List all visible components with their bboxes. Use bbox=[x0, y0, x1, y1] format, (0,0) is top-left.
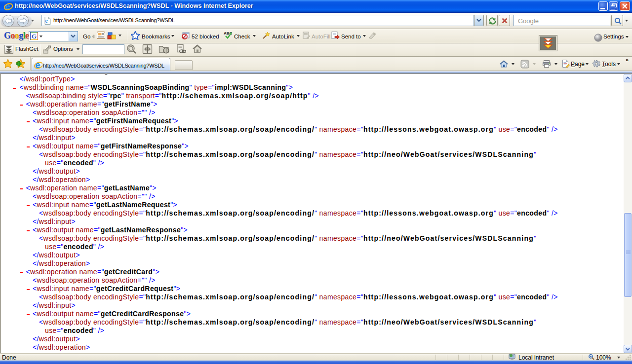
svg-text:e: e bbox=[5, 2, 10, 11]
svg-text:e: e bbox=[36, 61, 40, 69]
svg-text:e: e bbox=[45, 18, 48, 24]
